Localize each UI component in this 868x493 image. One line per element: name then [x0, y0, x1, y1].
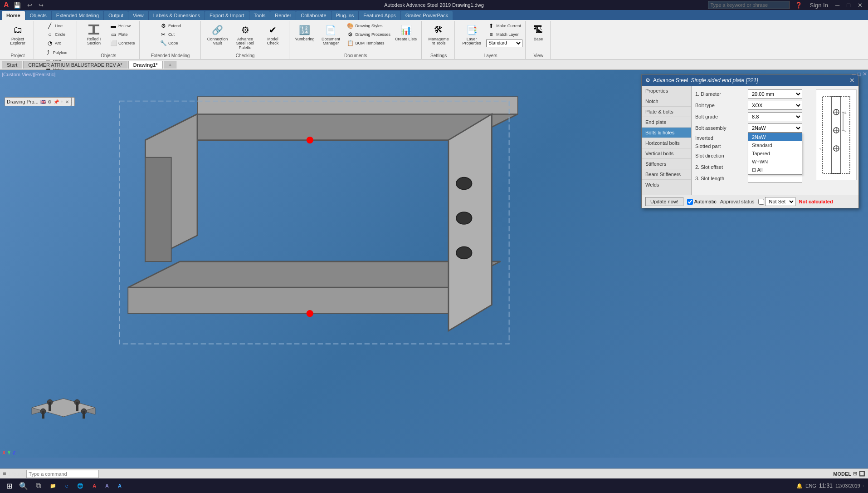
approval-select[interactable]: Not Set	[765, 197, 795, 206]
autocad-btn[interactable]: A	[89, 479, 100, 492]
rolled-i-section-btn[interactable]: Rolled I Section	[81, 22, 107, 47]
search-taskbar-btn[interactable]: 🔍	[17, 479, 30, 492]
file-explorer-btn[interactable]: 📁	[46, 479, 60, 492]
tab-tools[interactable]: Tools	[249, 11, 270, 20]
dropdown-2naw[interactable]: 2NaW	[748, 133, 802, 141]
edge-btn[interactable]: 🌐	[73, 479, 87, 492]
drawing-processes-settings-icon[interactable]: ⚙	[48, 99, 52, 104]
tab-labels-dimensions[interactable]: Labels & Dimensions	[149, 11, 205, 20]
sidebar-item-properties[interactable]: Properties	[642, 86, 691, 96]
management-tools-btn[interactable]: 🛠 Management Tools	[425, 22, 452, 47]
sidebar-item-welds[interactable]: Welds	[642, 180, 691, 190]
drawing-styles-btn[interactable]: 🎨 Drawing Styles	[346, 22, 392, 30]
sidebar-item-bolts-holes[interactable]: Bolts & holes	[642, 128, 691, 138]
line-btn[interactable]: ╱ Line	[45, 22, 67, 30]
drawing-processes-btn[interactable]: ⚙ Drawing Processes	[346, 30, 392, 39]
tab-extended-modeling[interactable]: Extended Modeling	[52, 11, 103, 20]
help-icon[interactable]: ❓	[793, 2, 804, 9]
tab-home[interactable]: Home	[2, 11, 25, 20]
ext1-btn[interactable]: ⚙Extend	[158, 22, 182, 30]
dialog-close-btn[interactable]: ✕	[849, 77, 855, 84]
drawing-processes-plus-icon[interactable]: +	[61, 99, 63, 104]
task-view-btn[interactable]: ⧉	[32, 479, 44, 492]
taskbar-show-desktop[interactable]	[863, 485, 865, 487]
sidebar-item-vertical-bolts[interactable]: Vertical bolts	[642, 148, 691, 159]
model-check-btn[interactable]: ✔ Model Check	[260, 22, 286, 47]
ext2-btn[interactable]: ✂Cut	[158, 30, 182, 39]
qat-save[interactable]: 💾	[12, 2, 23, 9]
arc-btn[interactable]: ◔ Arc	[45, 39, 67, 47]
sidebar-item-notch[interactable]: Notch	[642, 96, 691, 107]
create-lists-btn[interactable]: 📊 Create Lists	[393, 22, 419, 43]
slot-length-field[interactable]	[748, 174, 802, 183]
minimize-btn[interactable]: ─	[834, 2, 841, 9]
tab-graitec[interactable]: Graitec PowerPack	[401, 11, 453, 20]
snap-icon[interactable]: 🔲	[859, 471, 865, 477]
bolt-assembly-select[interactable]: 2NaW	[748, 123, 802, 133]
tab-objects[interactable]: Objects	[25, 11, 51, 20]
doc-tab-cremer[interactable]: CREMER ATRIUM BALUSTRADE REV A*	[23, 61, 127, 69]
viewport-maximize[interactable]: □	[858, 71, 861, 77]
maximize-btn[interactable]: □	[845, 2, 852, 9]
start-btn[interactable]: ⊞	[3, 479, 15, 492]
signin-btn[interactable]: Sign In	[808, 2, 829, 9]
base-btn[interactable]: 🏗 Base	[529, 22, 547, 43]
bolt-grade-select[interactable]: 8.8	[748, 112, 802, 121]
grid-icon[interactable]: ⊞	[853, 471, 857, 477]
tab-output[interactable]: Output	[104, 11, 128, 20]
qat-redo[interactable]: ↪	[37, 2, 45, 9]
search-input[interactable]	[708, 1, 790, 9]
advance-steel-tool-palette-btn[interactable]: ⚙ Advance Steel Tool Palette	[232, 22, 258, 52]
dropdown-tapered[interactable]: Tapered	[748, 149, 802, 158]
dropdown-standard[interactable]: Standard	[748, 141, 802, 149]
make-current-btn[interactable]: ⬆ Make Current	[486, 22, 522, 30]
command-input[interactable]	[26, 470, 99, 478]
drawing-processes-pin-icon[interactable]: 📌	[54, 99, 59, 104]
tab-render[interactable]: Render	[270, 11, 296, 20]
circle-btn[interactable]: ○ Circle	[45, 30, 67, 39]
plate-btn[interactable]: ▭ Plate	[108, 30, 137, 39]
sidebar-item-horizontal-bolts[interactable]: Horizontal bolts	[642, 138, 691, 148]
tab-collaborate[interactable]: Collaborate	[296, 11, 331, 20]
taskbar-notification[interactable]: 🔔	[796, 483, 803, 489]
bom-templates-btn[interactable]: 📋 BOM Templates	[346, 39, 392, 47]
doc-tab-start[interactable]: Start	[2, 61, 22, 69]
sidebar-item-beam-stiffeners[interactable]: Beam Stiffeners	[642, 169, 691, 180]
sidebar-toggle[interactable]: ≡	[3, 470, 6, 477]
sidebar-item-plate-bolts[interactable]: Plate & bolts	[642, 107, 691, 117]
sidebar-item-end-plate[interactable]: End plate	[642, 117, 691, 128]
qat-undo[interactable]: ↩	[25, 2, 34, 9]
viewport-minimize[interactable]: ─	[852, 71, 856, 77]
diameter-select[interactable]: 20.00 mm	[748, 89, 802, 99]
sidebar-item-stiffeners[interactable]: Stiffeners	[642, 159, 691, 169]
concrete-btn[interactable]: ⬜ Concrete	[108, 39, 137, 47]
update-now-btn[interactable]: Update now!	[645, 197, 683, 206]
project-explorer-btn[interactable]: 🗂 Project Explorer	[5, 22, 31, 47]
layer-select[interactable]: Standard	[486, 39, 522, 47]
connection-vault-btn[interactable]: 🔗 Connection Vault	[205, 22, 231, 47]
ext3-btn[interactable]: 🔧Cope	[158, 39, 182, 47]
bolt-type-select[interactable]: XOX	[748, 101, 802, 110]
hollow-section-btn[interactable]: ▬ Hollow	[108, 22, 137, 30]
tab-export-import[interactable]: Export & Import	[205, 11, 249, 20]
approval-checkbox[interactable]	[758, 199, 764, 205]
document-manager-btn[interactable]: 📄 Document Manager	[318, 22, 344, 47]
app3-btn[interactable]: A	[114, 479, 125, 492]
doc-tab-add[interactable]: +	[164, 61, 176, 69]
dropdown-all[interactable]: ⊞ All	[748, 166, 802, 174]
layer-properties-btn[interactable]: 📑 Layer Properties	[458, 22, 485, 47]
doc-tab-drawing1[interactable]: Drawing1*	[128, 61, 163, 69]
drawing-processes-close-icon[interactable]: ✕	[65, 99, 69, 104]
match-layer-btn[interactable]: ≡ Match Layer	[486, 30, 522, 39]
dropdown-wpwn[interactable]: W+WN	[748, 158, 802, 166]
app2-btn[interactable]: A	[102, 479, 112, 492]
tab-plugins[interactable]: Plug-ins	[332, 11, 359, 20]
tab-featured-apps[interactable]: Featured Apps	[359, 11, 400, 20]
ie-btn[interactable]: e	[62, 479, 72, 492]
polyline-btn[interactable]: ⤴ Polyline	[43, 49, 69, 57]
numbering-btn[interactable]: 🔢 Numbering	[293, 22, 317, 43]
viewport-close[interactable]: ✕	[863, 71, 867, 77]
automatic-checkbox[interactable]	[687, 199, 693, 205]
tab-view[interactable]: View	[128, 11, 148, 20]
close-btn[interactable]: ✕	[856, 2, 864, 9]
